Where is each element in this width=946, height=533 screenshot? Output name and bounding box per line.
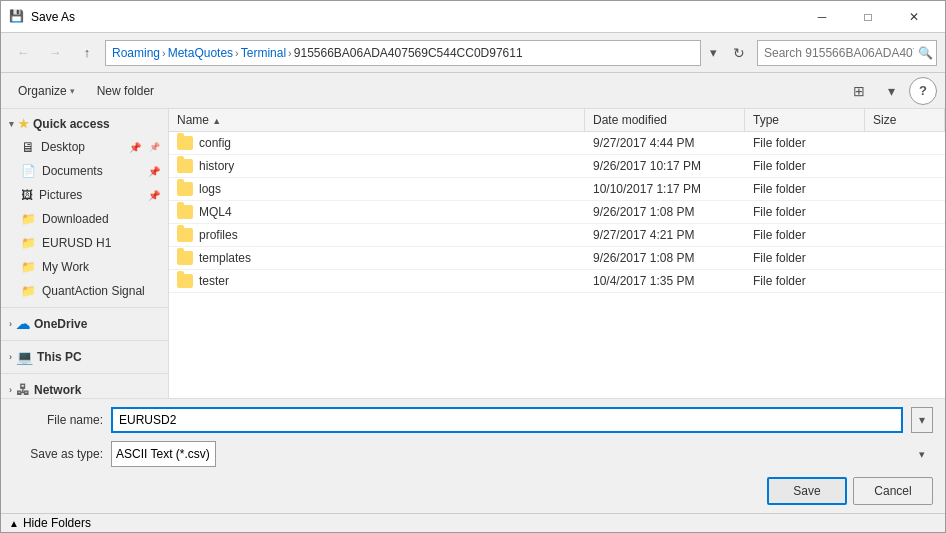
buttons-row: Save Cancel: [13, 475, 933, 505]
back-button[interactable]: ←: [9, 39, 37, 67]
sidebar-item-quantaction-signal[interactable]: 📁 QuantAction Signal: [1, 279, 168, 303]
forward-button[interactable]: →: [41, 39, 69, 67]
breadcrumb-bar[interactable]: Roaming › MetaQuotes › Terminal › 915566…: [105, 40, 701, 66]
table-row[interactable]: templates 9/26/2017 1:08 PM File folder: [169, 247, 945, 270]
network-icon: 🖧: [16, 382, 30, 398]
minimize-button[interactable]: ─: [799, 1, 845, 33]
view-dropdown-button[interactable]: ▾: [877, 78, 905, 104]
filetype-select[interactable]: ASCII Text (*.csv): [111, 441, 216, 467]
filename-row: File name: ▾: [13, 407, 933, 433]
hide-folders-label: Hide Folders: [23, 516, 91, 530]
breadcrumb-metaquotes[interactable]: MetaQuotes: [168, 46, 233, 60]
save-as-dialog: 💾 Save As ─ □ ✕ ← → ↑ Roaming › MetaQuot…: [0, 0, 946, 533]
file-cell-type: File folder: [745, 270, 865, 292]
file-cell-date: 9/27/2017 4:44 PM: [585, 132, 745, 154]
table-row[interactable]: MQL4 9/26/2017 1:08 PM File folder: [169, 201, 945, 224]
column-date-modified[interactable]: Date modified: [585, 109, 745, 131]
network-chevron-icon: ›: [9, 385, 12, 395]
breadcrumb-roaming[interactable]: Roaming: [112, 46, 160, 60]
documents-icon: 📄: [21, 164, 36, 178]
sidebar-item-documents[interactable]: 📄 Documents 📌: [1, 159, 168, 183]
table-row[interactable]: logs 10/10/2017 1:17 PM File folder: [169, 178, 945, 201]
breadcrumb-dropdown-button[interactable]: ▾: [705, 40, 721, 66]
search-box[interactable]: 🔍: [757, 40, 937, 66]
filename-dropdown-button[interactable]: ▾: [911, 407, 933, 433]
bottom-panel: File name: ▾ Save as type: ASCII Text (*…: [1, 398, 945, 513]
main-content: ▾ ★ Quick access 🖥 Desktop 📌 📄 Documents…: [1, 109, 945, 398]
breadcrumb-terminal[interactable]: Terminal: [241, 46, 286, 60]
hide-folders-bar[interactable]: ▲ Hide Folders: [1, 513, 945, 532]
sidebar-item-my-work[interactable]: 📁 My Work: [1, 255, 168, 279]
view-grid-icon: ⊞: [853, 83, 865, 99]
file-list: Name ▲ Date modified Type Size config: [169, 109, 945, 398]
sidebar-section-network[interactable]: › 🖧 Network: [1, 378, 168, 398]
folder-icon: [177, 159, 193, 173]
organize-chevron-icon: ▾: [70, 86, 75, 96]
quick-access-chevron-icon: ▾: [9, 119, 14, 129]
close-button[interactable]: ✕: [891, 1, 937, 33]
file-cell-date: 9/27/2017 4:21 PM: [585, 224, 745, 246]
up-button[interactable]: ↑: [73, 39, 101, 67]
pin-icon-pics: 📌: [148, 190, 160, 201]
file-cell-size: [865, 201, 945, 223]
sidebar-item-downloaded[interactable]: 📁 Downloaded: [1, 207, 168, 231]
sidebar: ▾ ★ Quick access 🖥 Desktop 📌 📄 Documents…: [1, 109, 169, 398]
sidebar-section-onedrive[interactable]: › ☁ OneDrive: [1, 312, 168, 336]
file-cell-type: File folder: [745, 224, 865, 246]
dialog-icon: 💾: [9, 9, 25, 25]
filetype-select-wrapper: ASCII Text (*.csv): [111, 441, 933, 467]
cancel-button[interactable]: Cancel: [853, 477, 933, 505]
titlebar: 💾 Save As ─ □ ✕: [1, 1, 945, 33]
file-cell-size: [865, 270, 945, 292]
file-cell-date: 9/26/2017 1:08 PM: [585, 247, 745, 269]
sidebar-section-quick-access[interactable]: ▾ ★ Quick access: [1, 113, 168, 135]
sidebar-item-pictures[interactable]: 🖼 Pictures 📌: [1, 183, 168, 207]
sidebar-item-eurusd-h1[interactable]: 📁 EURUSD H1: [1, 231, 168, 255]
folder-icon: [177, 228, 193, 242]
column-name[interactable]: Name ▲: [169, 109, 585, 131]
table-row[interactable]: history 9/26/2017 10:17 PM File folder: [169, 155, 945, 178]
file-cell-date: 10/4/2017 1:35 PM: [585, 270, 745, 292]
file-cell-type: File folder: [745, 155, 865, 177]
breadcrumb-current: 915566BA06ADA407569C544CC0D97611: [294, 46, 523, 60]
new-folder-button[interactable]: New folder: [88, 78, 163, 104]
file-rows-container: config 9/27/2017 4:44 PM File folder his…: [169, 132, 945, 293]
table-row[interactable]: config 9/27/2017 4:44 PM File folder: [169, 132, 945, 155]
downloaded-folder-icon: 📁: [21, 212, 36, 226]
column-size[interactable]: Size: [865, 109, 945, 131]
file-cell-type: File folder: [745, 247, 865, 269]
file-cell-name: templates: [169, 247, 585, 269]
onedrive-chevron-icon: ›: [9, 319, 12, 329]
this-pc-icon: 💻: [16, 349, 33, 365]
file-cell-date: 9/26/2017 1:08 PM: [585, 201, 745, 223]
my-work-folder-icon: 📁: [21, 260, 36, 274]
file-cell-size: [865, 155, 945, 177]
toolbar-right: ⊞ ▾ ?: [845, 77, 937, 105]
search-input[interactable]: [764, 46, 914, 60]
file-cell-name: profiles: [169, 224, 585, 246]
folder-icon: [177, 182, 193, 196]
filetype-label: Save as type:: [13, 447, 103, 461]
help-button[interactable]: ?: [909, 77, 937, 105]
folder-icon: [177, 251, 193, 265]
file-cell-name: config: [169, 132, 585, 154]
sidebar-section-this-pc[interactable]: › 💻 This PC: [1, 345, 168, 369]
pin-icon: 📌: [129, 142, 141, 153]
table-row[interactable]: profiles 9/27/2017 4:21 PM File folder: [169, 224, 945, 247]
view-options-button[interactable]: ⊞: [845, 78, 873, 104]
sidebar-item-desktop[interactable]: 🖥 Desktop 📌: [1, 135, 168, 159]
filename-input[interactable]: [111, 407, 903, 433]
maximize-button[interactable]: □: [845, 1, 891, 33]
file-cell-type: File folder: [745, 132, 865, 154]
save-button[interactable]: Save: [767, 477, 847, 505]
column-type[interactable]: Type: [745, 109, 865, 131]
window-controls: ─ □ ✕: [799, 1, 937, 33]
file-cell-size: [865, 247, 945, 269]
organize-button[interactable]: Organize ▾: [9, 78, 84, 104]
filename-label: File name:: [13, 413, 103, 427]
refresh-button[interactable]: ↻: [725, 40, 753, 66]
table-row[interactable]: tester 10/4/2017 1:35 PM File folder: [169, 270, 945, 293]
desktop-icon: 🖥: [21, 139, 35, 155]
folder-icon: [177, 205, 193, 219]
file-cell-name: MQL4: [169, 201, 585, 223]
